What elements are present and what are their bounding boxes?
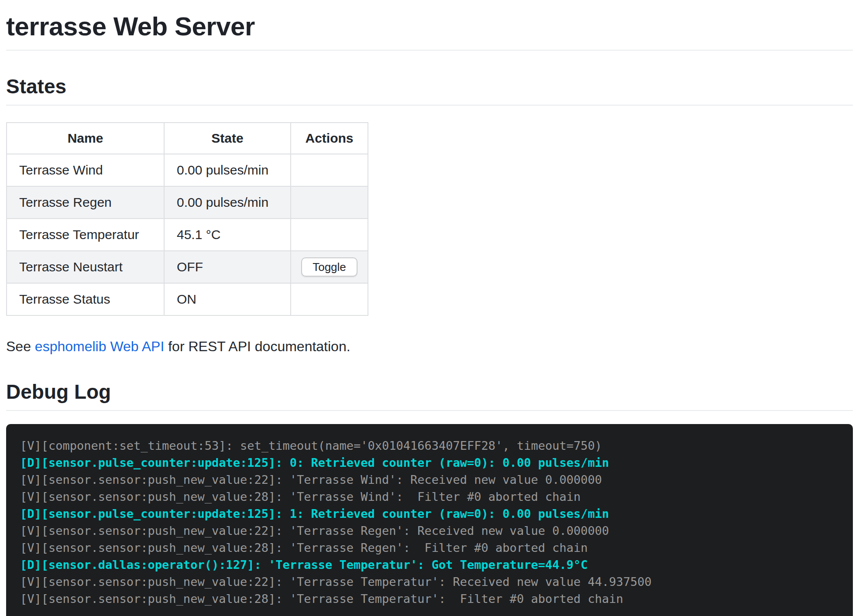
state-name-cell: Terrasse Temperatur xyxy=(7,219,164,251)
log-line: [V][sensor.sensor:push_new_value:22]: 'T… xyxy=(20,471,839,488)
state-actions-cell xyxy=(291,219,368,251)
state-actions-cell xyxy=(291,283,368,315)
state-value-cell: ON xyxy=(164,283,291,315)
log-line: [V][sensor.sensor:push_new_value:22]: 'T… xyxy=(20,522,839,539)
log-line: [V][sensor.sensor:push_new_value:22]: 'T… xyxy=(20,573,839,590)
log-line: [V][sensor.sensor:push_new_value:28]: 'T… xyxy=(20,488,839,505)
states-table: Name State Actions Terrasse Wind 0.00 pu… xyxy=(6,122,368,316)
state-name-cell: Terrasse Regen xyxy=(7,186,164,219)
toggle-button[interactable]: Toggle xyxy=(301,257,357,277)
states-divider xyxy=(6,105,853,106)
page-title: terrasse Web Server xyxy=(6,11,853,42)
log-line: [D][sensor.pulse_counter:update:125]: 1:… xyxy=(20,505,839,522)
state-value-cell: 45.1 °C xyxy=(164,219,291,251)
table-row: Terrasse Regen 0.00 pulses/min xyxy=(7,186,368,219)
state-actions-cell: Toggle xyxy=(291,251,368,283)
log-line: [D][sensor.pulse_counter:update:125]: 0:… xyxy=(20,454,839,471)
esphomelib-web-api-link[interactable]: esphomelib Web API xyxy=(35,339,164,354)
table-row: Terrasse Temperatur 45.1 °C xyxy=(7,219,368,251)
table-row: Terrasse Status ON xyxy=(7,283,368,315)
section-heading-debug-log: Debug Log xyxy=(6,380,853,404)
debug-log-divider xyxy=(6,410,853,411)
state-value-cell: OFF xyxy=(164,251,291,283)
api-note-prefix: See xyxy=(6,339,35,354)
state-name-cell: Terrasse Status xyxy=(7,283,164,315)
debug-log-panel: [V][component:set_timeout:53]: set_timeo… xyxy=(6,424,853,616)
table-row: Terrasse Neustart OFF Toggle xyxy=(7,251,368,283)
log-line: [V][component:set_timeout:53]: set_timeo… xyxy=(20,437,839,454)
section-heading-states: States xyxy=(6,74,853,99)
api-note-suffix: for REST API documentation. xyxy=(164,339,350,354)
log-line: [V][sensor.sensor:push_new_value:28]: 'T… xyxy=(20,539,839,556)
log-line: [D][sensor.dallas:operator():127]: 'Terr… xyxy=(20,556,839,573)
column-header-name: Name xyxy=(7,123,164,154)
state-value-cell: 0.00 pulses/min xyxy=(164,154,291,186)
api-note: See esphomelib Web API for REST API docu… xyxy=(6,338,853,355)
column-header-state: State xyxy=(164,123,291,154)
state-name-cell: Terrasse Wind xyxy=(7,154,164,186)
state-value-cell: 0.00 pulses/min xyxy=(164,186,291,219)
title-divider xyxy=(6,50,853,51)
state-actions-cell xyxy=(291,186,368,219)
table-row: Terrasse Wind 0.00 pulses/min xyxy=(7,154,368,186)
column-header-actions: Actions xyxy=(291,123,368,154)
log-line: [V][sensor.sensor:push_new_value:28]: 'T… xyxy=(20,590,839,607)
state-name-cell: Terrasse Neustart xyxy=(7,251,164,283)
state-actions-cell xyxy=(291,154,368,186)
table-header-row: Name State Actions xyxy=(7,123,368,154)
